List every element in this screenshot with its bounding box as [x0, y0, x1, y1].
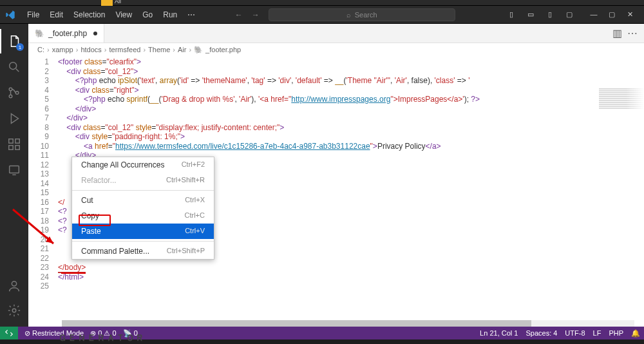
context-menu-cut[interactable]: CutCtrl+X	[72, 193, 214, 208]
layout-panel-icon[interactable]: ▭	[522, 10, 540, 19]
svg-rect-4	[9, 139, 13, 143]
nav-forward-icon[interactable]: →	[252, 10, 260, 19]
menu-go[interactable]: Go	[137, 10, 158, 19]
activity-account-icon[interactable]	[0, 274, 28, 298]
eol[interactable]: LF	[593, 329, 601, 338]
watermark-text: ＧＥＮＥＲＡＴＯＲ	[58, 332, 145, 344]
folder-path-icon	[101, 0, 113, 6]
svg-rect-5	[15, 139, 19, 143]
svg-point-2	[9, 95, 12, 98]
activity-scm-icon[interactable]	[0, 81, 28, 105]
tab-footer-php[interactable]: 🐘 _footer.php	[28, 24, 104, 43]
split-editor-icon[interactable]: ▥	[612, 27, 622, 39]
activity-remote-icon[interactable]	[0, 158, 28, 182]
menu-selection[interactable]: Selection	[68, 10, 110, 19]
context-menu-command-palette-[interactable]: Command Palette...Ctrl+Shift+P	[72, 244, 214, 259]
svg-point-3	[15, 91, 19, 95]
search-placeholder: Search	[355, 11, 377, 19]
remote-indicator[interactable]	[0, 327, 18, 339]
context-menu-copy[interactable]: CopyCtrl+C	[72, 208, 214, 224]
menu-edit[interactable]: Edit	[44, 10, 68, 19]
vscode-icon	[5, 10, 15, 20]
cursor-position[interactable]: Ln 21, Col 1	[480, 329, 518, 338]
window-close[interactable]: ✕	[621, 10, 639, 19]
svg-rect-7	[15, 146, 19, 149]
svg-point-10	[12, 309, 16, 312]
activity-extensions-icon[interactable]	[0, 132, 28, 157]
activity-bar: 1	[0, 24, 28, 328]
context-menu-change-all-occurrences[interactable]: Change All OccurrencesCtrl+F2	[72, 157, 214, 173]
bc-5[interactable]: Air	[178, 46, 186, 53]
bc-1[interactable]: xampp	[52, 46, 73, 53]
activity-settings-icon[interactable]	[0, 298, 28, 323]
svg-rect-6	[9, 146, 13, 149]
encoding[interactable]: UTF-8	[565, 329, 585, 338]
menu-bar: File Edit Selection View Go Run ⋯ ← → ⌕ …	[0, 6, 644, 24]
menu-file[interactable]: File	[22, 10, 44, 19]
activity-search-icon[interactable]	[0, 55, 28, 79]
activity-debug-icon[interactable]	[0, 106, 28, 131]
svg-point-0	[10, 62, 17, 70]
context-menu-paste[interactable]: PasteCtrl+V	[72, 224, 214, 239]
menu-view[interactable]: View	[110, 10, 137, 19]
menu-overflow[interactable]: ⋯	[182, 10, 200, 19]
php-file-icon: 🐘	[35, 29, 44, 38]
horizontal-scrollbar[interactable]	[62, 320, 634, 327]
search-icon: ⌕	[346, 11, 351, 19]
tab-label: _footer.php	[48, 29, 87, 38]
tab-dirty-indicator	[93, 32, 97, 35]
command-center-search[interactable]: ⌕ Search	[269, 8, 455, 21]
language-mode[interactable]: PHP	[609, 329, 623, 338]
bc-3[interactable]: termsfeed	[109, 46, 140, 53]
folder-path: All	[115, 0, 121, 5]
bc-4[interactable]: Theme	[148, 46, 170, 53]
nav-back-icon[interactable]: ←	[235, 10, 243, 19]
context-menu-refactor-[interactable]: Refactor...Ctrl+Shift+R	[72, 173, 214, 188]
annotation-underline	[61, 272, 86, 274]
line-number-gutter: 1234567891011121314151617181920212223242…	[28, 56, 58, 328]
window-minimize[interactable]: —	[585, 10, 603, 19]
svg-point-9	[12, 282, 16, 286]
annotation-arrow	[10, 206, 61, 251]
tab-overflow-icon[interactable]: ⋯	[627, 27, 638, 39]
notifications-icon[interactable]: 🔔	[631, 329, 640, 338]
context-menu: Change All OccurrencesCtrl+F2Refactor...…	[71, 157, 214, 260]
explorer-badge: 1	[16, 43, 24, 51]
breadcrumb[interactable]: C:› xampp› htdocs› termsfeed› Theme› Air…	[28, 43, 644, 56]
bc-0[interactable]: C:	[37, 46, 44, 53]
layout-sidebar-right-icon[interactable]: ▯	[541, 10, 559, 19]
svg-point-1	[9, 88, 12, 91]
editor-tabs: 🐘 _footer.php ▥ ⋯	[28, 24, 644, 43]
menu-run[interactable]: Run	[158, 10, 182, 19]
indentation[interactable]: Spaces: 4	[526, 329, 557, 338]
svg-rect-8	[10, 166, 19, 173]
activity-explorer-icon[interactable]: 1	[0, 29, 28, 53]
layout-customize-icon[interactable]: ▢	[560, 10, 578, 19]
bc-2[interactable]: htdocs	[80, 46, 101, 53]
layout-sidebar-left-icon[interactable]: ▯	[502, 10, 520, 19]
window-maximize[interactable]: ▢	[603, 10, 621, 19]
minimap[interactable]	[599, 88, 644, 153]
bc-6[interactable]: _footer.php	[205, 46, 241, 53]
